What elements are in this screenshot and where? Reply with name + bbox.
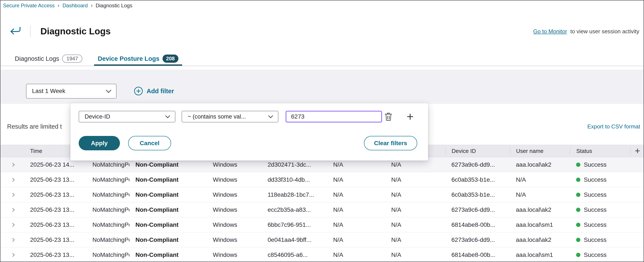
- cell-status: Success: [570, 161, 630, 168]
- table-body: 2025-06-23 14... NoMatchingPo... Non-Com…: [0, 157, 644, 262]
- table-row[interactable]: 2025-06-23 13... NoMatchingPo... Non-Com…: [0, 217, 644, 232]
- delete-filter-button[interactable]: [382, 111, 394, 123]
- filter-value-input[interactable]: [286, 111, 382, 122]
- cell-policy-name: NoMatchingPo...: [86, 237, 130, 243]
- tab-label: Diagnostic Logs: [15, 55, 59, 62]
- export-csv-link[interactable]: Export to CSV format: [587, 123, 640, 130]
- breadcrumb-current: Diagnostic Logs: [96, 2, 132, 8]
- cell-result: Non-Compliant: [130, 176, 207, 183]
- back-arrow-icon: [8, 26, 21, 37]
- column-header-status[interactable]: Status: [570, 147, 630, 155]
- apply-button[interactable]: Apply: [79, 136, 120, 150]
- filter-field-select[interactable]: Device-ID: [79, 111, 176, 122]
- filter-bar: Last 1 Week Add filter: [0, 70, 644, 104]
- success-status-dot-icon: [576, 163, 580, 167]
- chevron-down-icon: [106, 87, 111, 93]
- time-range-select[interactable]: Last 1 Week: [26, 84, 116, 99]
- cell-col8: N/A: [385, 237, 446, 243]
- tab-device-posture-logs[interactable]: Device Posture Logs 208: [97, 51, 179, 66]
- cancel-button[interactable]: Cancel: [128, 136, 171, 150]
- expand-chevron-icon[interactable]: [10, 208, 15, 212]
- cell-id: c8546095-a6...: [262, 252, 327, 258]
- status-label: Success: [584, 237, 606, 243]
- column-header-user-name[interactable]: User name: [510, 147, 570, 155]
- cell-platform: Windows: [207, 237, 262, 243]
- breadcrumb-link-dashboard[interactable]: Dashboard: [62, 2, 88, 8]
- success-status-dot-icon: [576, 253, 580, 257]
- go-to-monitor-link[interactable]: Go to Monitor: [533, 28, 567, 34]
- expand-chevron-icon[interactable]: [10, 253, 15, 257]
- cell-col8: N/A: [385, 221, 446, 228]
- trash-icon: [384, 112, 393, 122]
- cell-device-id: 6c0ab353-b1e...: [446, 191, 510, 198]
- cell-id: 2d302471-3dc...: [262, 161, 327, 168]
- cell-result: Non-Compliant: [130, 221, 207, 228]
- table-row[interactable]: 2025-06-23 13... NoMatchingPo... Non-Com…: [0, 172, 644, 187]
- tab-count-badge: 208: [162, 54, 178, 63]
- cell-platform: Windows: [207, 161, 262, 168]
- page-header: Diagnostic Logs Go to Monitor to view us…: [0, 21, 639, 42]
- page-title: Diagnostic Logs: [40, 26, 111, 36]
- cell-col7: N/A: [327, 221, 385, 228]
- column-header-device-id[interactable]: Device ID: [446, 147, 510, 155]
- cell-col7: N/A: [327, 161, 385, 168]
- table-row[interactable]: 2025-06-23 13... NoMatchingPo... Non-Com…: [0, 187, 644, 202]
- add-filter-button[interactable]: Add filter: [134, 87, 174, 95]
- expand-chevron-icon[interactable]: [10, 163, 15, 166]
- cell-user-name: N/A: [510, 191, 570, 198]
- plus-circle-icon: [134, 87, 143, 95]
- cell-id: 6bbc7c96-951...: [262, 221, 327, 228]
- cell-status: Success: [570, 221, 630, 228]
- cell-user-name: aaa.local\sm1: [510, 252, 570, 258]
- status-label: Success: [584, 252, 606, 258]
- cell-device-id: 6814abe8-00b...: [446, 252, 510, 258]
- cell-user-name: aaa.local\ak2: [510, 206, 570, 213]
- tab-diagnostic-logs[interactable]: Diagnostic Logs 1947: [14, 51, 83, 66]
- cell-result: Non-Compliant: [130, 191, 207, 198]
- table-row[interactable]: 2025-06-23 13... NoMatchingPo... Non-Com…: [0, 248, 644, 262]
- monitor-note-suffix: to view user session activity: [570, 28, 639, 34]
- cell-user-name: aaa.local\sm1: [510, 221, 570, 228]
- cell-time: 2025-06-23 13...: [24, 221, 86, 228]
- tabs-divider: [0, 66, 644, 66]
- cell-col7: N/A: [327, 237, 385, 243]
- cell-time: 2025-06-23 13...: [24, 206, 86, 213]
- cell-id: 118eab28-1bc7...: [262, 191, 327, 198]
- cell-time: 2025-06-23 13...: [24, 252, 86, 258]
- cell-platform: Windows: [207, 221, 262, 228]
- cell-platform: Windows: [207, 252, 262, 258]
- expand-chevron-icon[interactable]: [10, 223, 15, 227]
- status-label: Success: [584, 176, 606, 183]
- add-column-icon[interactable]: +: [635, 147, 640, 155]
- cell-policy-name: NoMatchingPo...: [86, 176, 130, 183]
- filter-operator-value: ~ (contains some val...: [188, 113, 246, 120]
- cell-policy-name: NoMatchingPo...: [86, 252, 130, 258]
- breadcrumb-link-secure-private-access[interactable]: Secure Private Access: [3, 2, 54, 8]
- results-limit-note: Results are limited t: [7, 123, 62, 130]
- success-status-dot-icon: [576, 193, 580, 197]
- cell-device-id: 6273a9c6-dd9...: [446, 206, 510, 213]
- cell-col7: N/A: [327, 176, 385, 183]
- filter-operator-select[interactable]: ~ (contains some val...: [182, 111, 278, 122]
- cell-col8: N/A: [385, 161, 446, 168]
- monitor-note: Go to Monitor to view user session activ…: [533, 28, 639, 35]
- cell-col8: N/A: [385, 191, 446, 198]
- filter-field-value: Device-ID: [85, 113, 110, 120]
- cell-status: Success: [570, 176, 630, 183]
- cell-col8: N/A: [385, 206, 446, 213]
- cell-col7: N/A: [327, 191, 385, 198]
- chevron-down-icon: [165, 113, 170, 118]
- expand-chevron-icon[interactable]: [10, 238, 15, 242]
- cell-platform: Windows: [207, 191, 262, 198]
- cell-result: Non-Compliant: [130, 237, 207, 243]
- page: Secure Private Access › Dashboard › Diag…: [0, 0, 644, 262]
- table-row[interactable]: 2025-06-23 13... NoMatchingPo... Non-Com…: [0, 232, 644, 248]
- cell-col8: N/A: [385, 252, 446, 258]
- expand-chevron-icon[interactable]: [10, 193, 15, 197]
- status-label: Success: [584, 206, 606, 213]
- add-filter-condition-button[interactable]: +: [403, 110, 417, 123]
- back-button[interactable]: [8, 26, 21, 37]
- expand-chevron-icon[interactable]: [10, 178, 15, 182]
- table-row[interactable]: 2025-06-23 13... NoMatchingPo... Non-Com…: [0, 202, 644, 217]
- clear-filters-button[interactable]: Clear filters: [364, 136, 417, 150]
